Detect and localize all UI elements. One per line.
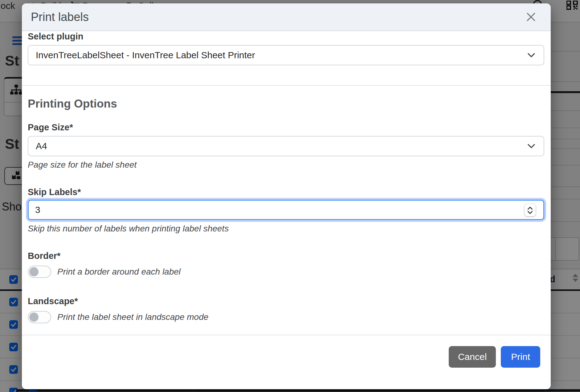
plugin-select-value: InvenTreeLabelSheet - InvenTree Label Sh… bbox=[36, 50, 255, 60]
screen: ock Build Buy Sell bbox=[0, 0, 580, 392]
modal-body: Select plugin InvenTreeLabelSheet - Inve… bbox=[22, 31, 551, 389]
border-toggle-row: Print a border around each label bbox=[28, 265, 544, 278]
page-size-value: A4 bbox=[36, 141, 47, 151]
modal-header: Print labels bbox=[22, 3, 551, 31]
page-size-label: Page Size* bbox=[28, 122, 544, 133]
stepper-up-icon bbox=[527, 206, 533, 210]
chevron-down-icon bbox=[527, 52, 536, 59]
border-toggle[interactable] bbox=[28, 266, 51, 278]
chevron-down-icon bbox=[527, 143, 536, 150]
page-size-help: Page size for the label sheet bbox=[28, 160, 544, 169]
modal-footer: Cancel Print bbox=[28, 335, 544, 368]
number-stepper[interactable] bbox=[525, 204, 536, 216]
skip-labels-label: Skip Labels* bbox=[28, 187, 544, 197]
landscape-toggle-row: Print the label sheet in landscape mode bbox=[28, 311, 544, 324]
border-help: Print a border around each label bbox=[57, 267, 181, 276]
toggle-knob bbox=[29, 267, 39, 276]
page-size-select[interactable]: A4 bbox=[28, 136, 544, 156]
border-label: Border* bbox=[28, 251, 544, 261]
print-button[interactable]: Print bbox=[501, 346, 540, 368]
divider bbox=[22, 85, 551, 86]
landscape-label: Landscape* bbox=[28, 296, 544, 306]
printing-options-heading: Printing Options bbox=[28, 97, 544, 110]
modal-title: Print labels bbox=[31, 10, 89, 24]
toggle-knob bbox=[29, 312, 39, 322]
select-plugin-label: Select plugin bbox=[28, 31, 83, 41]
skip-labels-help: Skip this number of labels when printing… bbox=[28, 224, 544, 233]
close-icon[interactable] bbox=[524, 10, 538, 24]
stepper-down-icon bbox=[527, 211, 533, 214]
plugin-select[interactable]: InvenTreeLabelSheet - InvenTree Label Sh… bbox=[28, 45, 544, 65]
landscape-help: Print the label sheet in landscape mode bbox=[57, 312, 208, 322]
cancel-button[interactable]: Cancel bbox=[449, 346, 496, 368]
landscape-toggle[interactable] bbox=[28, 311, 51, 323]
print-labels-modal: Print labels Select plugin InvenTreeLabe… bbox=[22, 3, 551, 389]
skip-labels-input[interactable] bbox=[28, 200, 544, 220]
skip-labels-field bbox=[28, 200, 544, 220]
